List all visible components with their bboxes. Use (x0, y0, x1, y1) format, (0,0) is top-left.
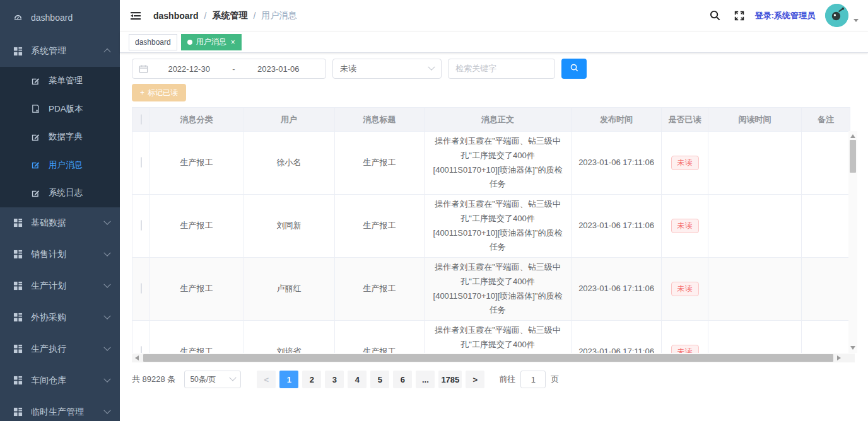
collapse-sidebar-icon[interactable] (129, 9, 142, 22)
tab-user-messages[interactable]: 用户消息 × (181, 34, 242, 50)
page-button-3[interactable]: 3 (325, 371, 344, 388)
navbar: dashboard / 系统管理 / 用户消息 登录:系统管理员 (120, 0, 868, 32)
goto-label: 前往 (499, 374, 515, 385)
row-checkbox[interactable] (141, 220, 142, 231)
vertical-scrollbar[interactable] (848, 131, 857, 353)
sidebar-item-system-mgmt[interactable]: 系统管理 (0, 35, 120, 67)
sidebar-item-label: 系统管理 (31, 45, 105, 57)
keyword-placeholder: 检索关键字 (455, 63, 496, 74)
date-range-picker[interactable]: 2022-12-30 - 2023-01-06 (132, 59, 326, 79)
sidebar-item-label: 销售计划 (31, 249, 105, 260)
chevron-down-icon (103, 280, 110, 287)
horizontal-scrollbar[interactable] (132, 354, 855, 362)
cell-read-status: 未读 (662, 132, 708, 195)
edit-icon (30, 160, 40, 170)
table-row: 生产报工 卢丽红 生产报工 操作者刘玉霞在"平端面、钻三级中孔"工序提交了400… (132, 258, 850, 321)
column-header: 用户 (243, 108, 335, 132)
page-size-select[interactable]: 50条/页 (184, 371, 241, 388)
read-status-select[interactable]: 未读 (332, 59, 442, 79)
row-checkbox[interactable] (141, 346, 142, 353)
breadcrumb-separator: / (204, 11, 207, 21)
grid-icon (13, 407, 23, 417)
cell-read-status: 未读 (662, 195, 708, 258)
horizontal-scrollbar-thumb[interactable] (143, 354, 833, 362)
avatar[interactable] (825, 4, 848, 27)
scroll-up-arrow-icon[interactable] (850, 134, 855, 138)
sidebar-item-pda-version[interactable]: PDA版本 (0, 95, 120, 124)
search-button[interactable] (561, 59, 587, 79)
date-end-value[interactable]: 2023-01-06 (238, 64, 319, 74)
table-row: 生产报工 徐小名 生产报工 操作者刘玉霞在"平端面、钻三级中孔"工序提交了400… (132, 132, 850, 195)
header-checkbox-cell (132, 108, 150, 132)
row-checkbox[interactable] (141, 283, 142, 294)
sidebar-item-base-data[interactable]: 基础数据 (0, 207, 120, 239)
page-button-1785[interactable]: 1785 (438, 371, 462, 388)
sidebar-item-sales-plan[interactable]: 销售计划 (0, 239, 120, 270)
sidebar-item-temp-production-mgmt[interactable]: 临时生产管理 (0, 396, 120, 421)
page-button-5[interactable]: 5 (370, 371, 389, 388)
tab-label: dashboard (135, 38, 171, 47)
total-count-label: 共 89228 条 (132, 374, 175, 385)
sidebar-item-production-plan[interactable]: 生产计划 (0, 270, 120, 302)
cell-time: 2023-01-06 17:11:06 (572, 258, 662, 321)
cell-body: 操作者刘玉霞在"平端面、钻三级中孔"工序提交了400件[40011S0170+1… (425, 195, 572, 258)
date-separator: - (230, 64, 237, 74)
cell-user: 卢丽红 (243, 258, 335, 321)
sidebar-item-menu-mgmt[interactable]: 菜单管理 (0, 67, 120, 95)
table-row: 生产报工 刘培省 生产报工 操作者刘玉霞在"平端面、钻三级中孔"工序提交了400… (132, 321, 850, 354)
date-start-value[interactable]: 2022-12-30 (148, 64, 230, 74)
cell-category: 生产报工 (150, 258, 243, 321)
caret-down-icon[interactable] (853, 19, 859, 22)
mark-read-label: 标记已读 (148, 88, 178, 98)
page-button-1[interactable]: 1 (279, 371, 298, 388)
tab-dashboard[interactable]: dashboard (129, 34, 177, 50)
sidebar-item-workshop-warehouse[interactable]: 车间仓库 (0, 365, 120, 396)
cell-title: 生产报工 (335, 258, 425, 321)
prev-page-button[interactable]: < (257, 371, 276, 388)
cell-category: 生产报工 (150, 195, 243, 258)
cell-read-status: 未读 (662, 321, 708, 354)
keyword-input[interactable]: 检索关键字 (448, 59, 555, 79)
fullscreen-icon[interactable] (732, 9, 746, 23)
next-page-button[interactable]: > (466, 371, 484, 388)
sidebar-item-label: 菜单管理 (49, 75, 110, 86)
close-icon[interactable]: × (231, 38, 235, 46)
cell-read-status: 未读 (662, 258, 708, 321)
sidebar-item-data-dictionary[interactable]: 数据字典 (0, 123, 120, 151)
breadcrumb-item-dashboard[interactable]: dashboard (153, 11, 199, 21)
mark-read-button[interactable]: + 标记已读 (132, 84, 186, 101)
goto-page-input[interactable]: 1 (520, 371, 546, 388)
more-pages-button[interactable]: ... (416, 371, 435, 388)
sidebar-item-dashboard[interactable]: dashboard (0, 0, 120, 35)
cell-title: 生产报工 (335, 132, 425, 195)
sidebar-item-label: 基础数据 (31, 217, 105, 229)
scroll-down-arrow-icon[interactable] (850, 346, 855, 350)
page-button-4[interactable]: 4 (348, 371, 367, 388)
scroll-left-arrow-icon[interactable] (135, 355, 139, 360)
goto-unit-label: 页 (551, 374, 559, 385)
sidebar-item-label: PDA版本 (49, 103, 110, 115)
page-button-2[interactable]: 2 (302, 371, 321, 388)
chevron-up-icon (103, 49, 110, 55)
sidebar-item-outsourcing[interactable]: 外协采购 (0, 302, 120, 333)
page-content: 2022-12-30 - 2023-01-06 未读 检索关键字 (120, 53, 868, 421)
sidebar-item-system-log[interactable]: 系统日志 (0, 179, 120, 207)
select-all-checkbox[interactable] (141, 114, 142, 125)
cell-remark (802, 195, 850, 258)
vertical-scrollbar-thumb[interactable] (850, 140, 856, 173)
search-icon[interactable] (708, 9, 722, 23)
sidebar-item-user-messages[interactable]: 用户消息 (0, 151, 120, 180)
edit-icon (30, 188, 40, 198)
sidebar-item-production-exec[interactable]: 生产执行 (0, 333, 120, 365)
scroll-right-arrow-icon[interactable] (837, 355, 841, 360)
chevron-down-icon (103, 407, 110, 413)
page-button-6[interactable]: 6 (393, 371, 412, 388)
row-checkbox[interactable] (141, 157, 142, 168)
sidebar-item-label: 系统日志 (49, 187, 110, 199)
goto-page: 前往 1 页 (499, 371, 559, 388)
sidebar: dashboard 系统管理 菜单管理 PDA版本 (0, 0, 120, 421)
chevron-down-icon (103, 312, 110, 319)
breadcrumb-item-system-mgmt[interactable]: 系统管理 (212, 10, 247, 21)
search-icon (570, 63, 579, 74)
unread-tag: 未读 (671, 345, 699, 353)
